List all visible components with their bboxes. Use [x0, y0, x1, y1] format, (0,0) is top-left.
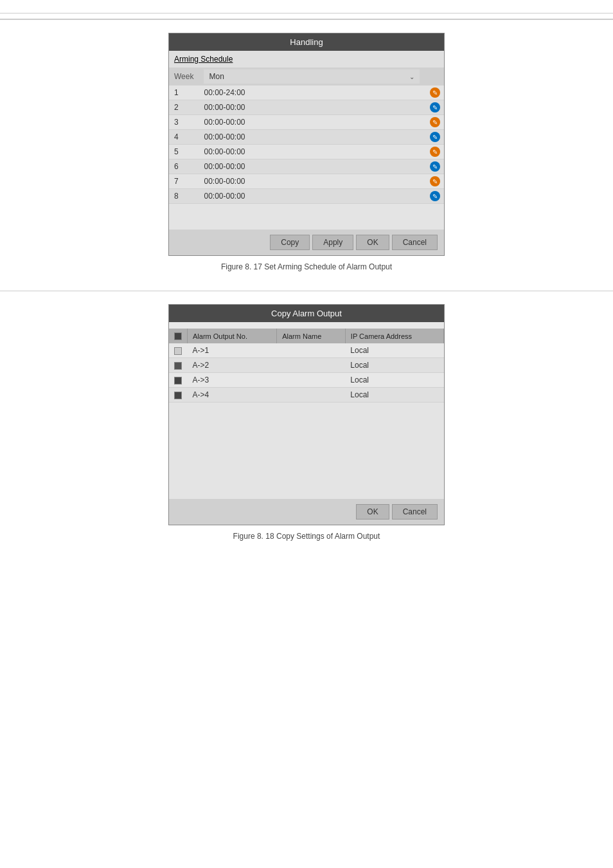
cancel-button[interactable]: Cancel — [392, 235, 438, 250]
checkbox-col-header — [169, 329, 188, 343]
handling-dialog: Handling Arming Schedule Week — [168, 33, 445, 256]
copy-table-row: A->3 Local — [169, 373, 444, 388]
arming-schedule-link[interactable]: Arming Schedule — [169, 52, 238, 66]
time-range: 00:00-00:00 — [199, 115, 425, 130]
ip-cell: Local — [345, 343, 443, 358]
copy-alarm-dialog: Copy Alarm Output Alarm Output No. Alarm… — [168, 304, 445, 525]
time-range: 00:00-00:00 — [199, 159, 425, 174]
edit-icon[interactable]: ✎ — [430, 132, 440, 142]
row-number: 1 — [169, 86, 199, 100]
schedule-row: 3 00:00-00:00 ✎ — [169, 115, 444, 130]
edit-cell: ✎ — [425, 145, 444, 159]
time-range: 00:00-00:00 — [199, 130, 425, 145]
edit-cell: ✎ — [425, 115, 444, 130]
row-number: 2 — [169, 100, 199, 115]
row-number: 8 — [169, 189, 199, 204]
edit-cell: ✎ — [425, 189, 444, 204]
time-range: 00:00-00:00 — [199, 174, 425, 189]
header-checkbox[interactable] — [174, 332, 182, 340]
row-number: 6 — [169, 159, 199, 174]
schedule-row: 2 00:00-00:00 ✎ — [169, 100, 444, 115]
edit-icon[interactable]: ✎ — [430, 102, 440, 113]
row-checkbox[interactable] — [174, 362, 182, 370]
alarm-name-cell — [277, 388, 346, 402]
row-number: 3 — [169, 115, 199, 130]
copy-dialog-footer: OK Cancel — [169, 499, 444, 525]
edit-icon[interactable]: ✎ — [430, 161, 440, 172]
row-number: 7 — [169, 174, 199, 189]
ip-col-header: IP Camera Address — [345, 329, 443, 343]
schedule-header-row: Week Mon ⌄ — [169, 68, 444, 86]
edit-icon[interactable]: ✎ — [430, 87, 440, 98]
alarm-no-cell: A->3 — [188, 373, 277, 388]
copy-table-header: Alarm Output No. Alarm Name IP Camera Ad… — [169, 329, 444, 343]
alarm-name-cell — [277, 358, 346, 373]
schedule-row: 1 00:00-24:00 ✎ — [169, 86, 444, 100]
time-range: 00:00-00:00 — [199, 100, 425, 115]
edit-icon[interactable]: ✎ — [430, 176, 440, 186]
alarm-name-cell — [277, 373, 346, 388]
handling-dialog-title: Handling — [169, 33, 444, 51]
section-1: Handling Arming Schedule Week — [0, 19, 613, 291]
apply-button[interactable]: Apply — [312, 235, 353, 250]
edit-cell: ✎ — [425, 100, 444, 115]
edit-icon[interactable]: ✎ — [430, 147, 440, 157]
alarm-name-cell — [277, 343, 346, 358]
section-2: Copy Alarm Output Alarm Output No. Alarm… — [0, 291, 613, 560]
edit-cell: ✎ — [425, 174, 444, 189]
schedule-table: Week Mon ⌄ 1 — [169, 68, 444, 204]
handling-dialog-body: Arming Schedule Week Mon ⌄ — [169, 51, 444, 230]
schedule-row: 5 00:00-00:00 ✎ — [169, 145, 444, 159]
alarm-no-col-header: Alarm Output No. — [188, 329, 277, 343]
alarm-no-cell: A->1 — [188, 343, 277, 358]
alarm-no-cell: A->4 — [188, 388, 277, 402]
figure-caption-1: Figure 8. 17 Set Arming Schedule of Alar… — [26, 262, 587, 271]
handling-dialog-footer: Copy Apply OK Cancel — [169, 230, 444, 255]
figure-caption-2: Figure 8. 18 Copy Settings of Alarm Outp… — [26, 532, 587, 541]
row-number: 4 — [169, 130, 199, 145]
top-divider-1 — [0, 13, 613, 14]
row-checkbox-cell — [169, 373, 188, 388]
schedule-row: 7 00:00-00:00 ✎ — [169, 174, 444, 189]
schedule-row: 4 00:00-00:00 ✎ — [169, 130, 444, 145]
week-dropdown[interactable]: Mon ⌄ — [204, 69, 420, 84]
week-value-header: Mon ⌄ — [199, 68, 425, 86]
copy-alarm-dialog-title: Copy Alarm Output — [169, 305, 444, 322]
copy-table-row: A->2 Local — [169, 358, 444, 373]
alarm-no-cell: A->2 — [188, 358, 277, 373]
row-checkbox[interactable] — [174, 347, 182, 355]
time-range: 00:00-00:00 — [199, 189, 425, 204]
time-range: 00:00-24:00 — [199, 86, 425, 100]
row-checkbox[interactable] — [174, 377, 182, 384]
ip-cell: Local — [345, 388, 443, 402]
copy-ok-button[interactable]: OK — [356, 504, 389, 520]
copy-cancel-button[interactable]: Cancel — [392, 504, 438, 520]
page-container: Handling Arming Schedule Week — [0, 0, 613, 868]
alarm-name-col-header: Alarm Name — [277, 329, 346, 343]
edit-header — [425, 68, 444, 86]
edit-cell: ✎ — [425, 159, 444, 174]
row-checkbox[interactable] — [174, 392, 182, 399]
row-checkbox-cell — [169, 343, 188, 358]
copy-table-row: A->1 Local — [169, 343, 444, 358]
edit-cell: ✎ — [425, 86, 444, 100]
schedule-rows: 1 00:00-24:00 ✎ 2 00:00-00:00 ✎ 3 00:00-… — [169, 86, 444, 204]
row-checkbox-cell — [169, 358, 188, 373]
row-number: 5 — [169, 145, 199, 159]
ip-cell: Local — [345, 373, 443, 388]
row-checkbox-cell — [169, 388, 188, 402]
copy-button[interactable]: Copy — [270, 235, 310, 250]
schedule-row: 8 00:00-00:00 ✎ — [169, 189, 444, 204]
edit-icon[interactable]: ✎ — [430, 191, 440, 201]
ok-button[interactable]: OK — [356, 235, 389, 250]
copy-table-rows: A->1 Local A->2 Local A->3 Local A->4 Lo… — [169, 343, 444, 402]
time-range: 00:00-00:00 — [199, 145, 425, 159]
copy-table: Alarm Output No. Alarm Name IP Camera Ad… — [169, 329, 444, 402]
schedule-row: 6 00:00-00:00 ✎ — [169, 159, 444, 174]
dropdown-arrow-icon: ⌄ — [409, 73, 414, 80]
ip-cell: Local — [345, 358, 443, 373]
week-label-header: Week — [169, 68, 199, 86]
copy-table-row: A->4 Local — [169, 388, 444, 402]
edit-icon[interactable]: ✎ — [430, 117, 440, 127]
edit-cell: ✎ — [425, 130, 444, 145]
